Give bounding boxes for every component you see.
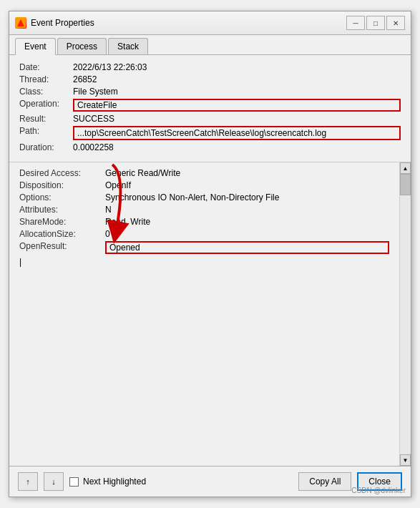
value-path: ...top\ScreenCatch\TestScreenCatch\Relea… [73, 126, 401, 140]
value-sharemode: Read, Write [105, 217, 389, 227]
label-attributes: Attributes: [19, 205, 105, 215]
properties-section: Date: 2022/6/13 22:26:03 Thread: 26852 C… [9, 55, 411, 162]
value-result: SUCCESS [73, 114, 401, 124]
tab-bar: Event Process Stack [9, 35, 411, 55]
window-title: Event Properties [31, 18, 94, 28]
value-desired-access: Generic Read/Write [105, 168, 389, 178]
value-attributes: N [105, 205, 389, 215]
value-date: 2022/6/13 22:26:03 [73, 62, 401, 72]
detail-content: Desired Access: Generic Read/Write Dispo… [9, 162, 399, 466]
main-content: Date: 2022/6/13 22:26:03 Thread: 26852 C… [9, 55, 411, 466]
event-properties-window: Event Properties ─ □ ✕ Event Process Sta… [9, 11, 411, 497]
watermark: CSDN @dvlinker [351, 487, 406, 494]
label-sharemode: ShareMode: [19, 217, 105, 227]
label-desired-access: Desired Access: [19, 168, 105, 178]
scroll-thumb[interactable] [400, 174, 411, 195]
scroll-track[interactable] [400, 174, 411, 454]
value-duration: 0.0002258 [73, 142, 401, 152]
close-window-button[interactable]: ✕ [386, 16, 405, 30]
tab-stack[interactable]: Stack [108, 38, 148, 54]
value-allocationsize: 0 [105, 229, 389, 239]
detail-row-desired-access: Desired Access: Generic Read/Write [19, 168, 389, 178]
label-options: Options: [19, 192, 105, 202]
detail-row-attributes: Attributes: N [19, 205, 389, 215]
tab-event[interactable]: Event [15, 38, 56, 55]
detail-section: Desired Access: Generic Read/Write Dispo… [9, 162, 411, 466]
prop-row-date: Date: 2022/6/13 22:26:03 [19, 62, 401, 72]
next-highlighted-area: Next Highlighted [69, 477, 293, 487]
label-class: Class: [19, 87, 73, 97]
navigate-up-button[interactable]: ↑ [18, 472, 38, 491]
app-icon [15, 17, 26, 29]
title-bar: Event Properties ─ □ ✕ [9, 11, 411, 35]
label-date: Date: [19, 62, 73, 72]
scroll-down-button[interactable]: ▼ [400, 454, 411, 466]
value-options: Synchronous IO Non-Alert, Non-Directory … [105, 192, 389, 202]
maximize-button[interactable]: □ [366, 16, 385, 30]
scroll-up-button[interactable]: ▲ [400, 162, 411, 174]
prop-row-thread: Thread: 26852 [19, 74, 401, 84]
detail-row-options: Options: Synchronous IO Non-Alert, Non-D… [19, 192, 389, 202]
scrollbar[interactable]: ▲ ▼ [399, 162, 411, 466]
prop-row-duration: Duration: 0.0002258 [19, 142, 401, 152]
detail-row-allocationsize: AllocationSize: 0 [19, 229, 389, 239]
window-controls: ─ □ ✕ [346, 16, 405, 30]
label-operation: Operation: [19, 99, 73, 109]
label-thread: Thread: [19, 74, 73, 84]
label-path: Path: [19, 126, 73, 136]
value-openresult: Opened [105, 241, 389, 254]
label-allocationsize: AllocationSize: [19, 229, 105, 239]
footer: ↑ ↓ Next Highlighted Copy All Close [9, 466, 411, 497]
label-disposition: Disposition: [19, 180, 105, 190]
prop-row-operation: Operation: CreateFile [19, 99, 401, 112]
copy-all-button[interactable]: Copy All [298, 472, 351, 491]
value-class: File System [73, 87, 401, 97]
label-duration: Duration: [19, 142, 73, 152]
detail-row-sharemode: ShareMode: Read, Write [19, 217, 389, 227]
prop-row-class: Class: File System [19, 87, 401, 97]
minimize-button[interactable]: ─ [346, 16, 365, 30]
prop-row-path: Path: ...top\ScreenCatch\TestScreenCatch… [19, 126, 401, 140]
label-result: Result: [19, 114, 73, 124]
value-operation: CreateFile [73, 99, 401, 112]
next-highlighted-checkbox[interactable] [69, 477, 79, 487]
label-openresult: OpenResult: [19, 241, 105, 251]
next-highlighted-label: Next Highlighted [83, 477, 146, 487]
prop-row-result: Result: SUCCESS [19, 114, 401, 124]
detail-row-disposition: Disposition: OpenIf [19, 180, 389, 190]
navigate-down-button[interactable]: ↓ [44, 472, 64, 491]
detail-row-openresult: OpenResult: Opened [19, 241, 389, 254]
value-disposition: OpenIf [105, 180, 389, 190]
value-thread: 26852 [73, 74, 401, 84]
tab-process[interactable]: Process [57, 38, 107, 54]
